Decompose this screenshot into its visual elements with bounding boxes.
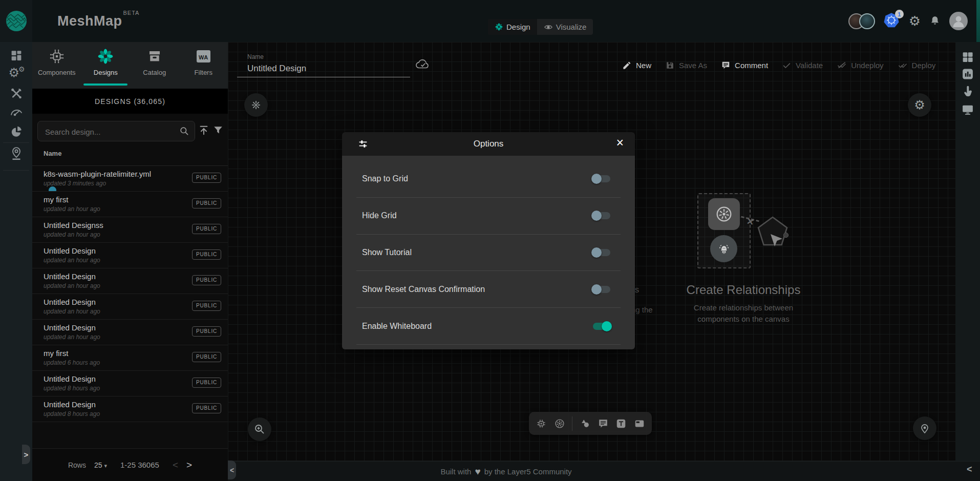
profile-avatar-icon[interactable]: [949, 12, 968, 30]
design-row[interactable]: Untitled Design updated an hour ago PUBL…: [32, 268, 228, 294]
kubernetes-wheel-icon[interactable]: [554, 418, 565, 429]
notifications-bell-icon[interactable]: [929, 15, 941, 27]
snap-to-grid-toggle[interactable]: [593, 174, 610, 184]
pen-tool-button[interactable]: [913, 416, 936, 440]
components-chip-icon: [48, 47, 66, 66]
empty-state-description: Create relationships between components …: [672, 302, 815, 325]
meshmap-app: MeshMapBETA Design: [0, 0, 980, 481]
design-name: my first: [44, 349, 68, 358]
rail-divider: [3, 142, 29, 143]
design-row[interactable]: Untitled Design updated an hour ago PUBL…: [32, 320, 228, 345]
save-icon: [665, 60, 675, 70]
shapes-icon[interactable]: [580, 418, 591, 429]
search-icon[interactable]: [179, 126, 189, 136]
design-name-input[interactable]: [237, 62, 410, 77]
sidebar-item-performance[interactable]: [10, 107, 23, 118]
canvas-settings-gear-button[interactable]: ⚙: [908, 93, 931, 117]
import-design-icon[interactable]: [198, 124, 209, 136]
sidebar-item-toolkit[interactable]: [10, 87, 23, 100]
tab-components-label: Components: [38, 69, 76, 76]
collapse-right-rail-chevron[interactable]: <: [967, 464, 972, 475]
prev-page-button[interactable]: <: [173, 459, 178, 471]
display-icon[interactable]: [962, 104, 974, 116]
media-tool-icon[interactable]: [634, 418, 645, 429]
undeploy-crossed-checks-icon: [837, 60, 847, 70]
tab-filters[interactable]: WA Filters: [179, 42, 228, 89]
design-row[interactable]: Untitled Design updated 8 hours ago PUBL…: [32, 371, 228, 396]
options-modal: Options × Snap to Grid Hide Grid Show Tu…: [342, 132, 635, 349]
visibility-badge: PUBLIC: [192, 249, 221, 260]
collaborator-avatar-2[interactable]: [859, 13, 875, 29]
design-row[interactable]: Untitled Design updated an hour ago PUBL…: [32, 243, 228, 268]
new-button[interactable]: New: [622, 60, 651, 70]
comment-tool-icon[interactable]: [598, 418, 609, 429]
kubernetes-context-switcher[interactable]: 1: [883, 12, 901, 30]
zoom-in-button[interactable]: [248, 417, 271, 441]
sidebar-item-lifecycle[interactable]: ⚙ ⚙: [9, 67, 24, 81]
show-reset-canvas-confirmation-toggle[interactable]: [593, 284, 610, 295]
deploy-button[interactable]: Deploy: [898, 60, 936, 70]
design-name: k8s-wasm-plugin-ratelimiter.yml: [44, 170, 151, 178]
design-name: Untitled Design: [44, 246, 96, 255]
sidebar-item-meshmap[interactable]: [10, 147, 23, 161]
tab-components[interactable]: Components: [32, 42, 81, 89]
design-row[interactable]: my first updated an hour ago PUBLIC: [32, 192, 228, 217]
apps-grid-icon[interactable]: [962, 51, 974, 64]
panel-tabbar: Components: [32, 42, 228, 89]
design-row[interactable]: Untitled Design updated 8 hours ago PUBL…: [32, 396, 228, 422]
app-header: MeshMapBETA Design: [0, 0, 980, 43]
designs-panel: Components: [32, 42, 228, 481]
close-icon[interactable]: ×: [616, 136, 624, 149]
next-page-button[interactable]: >: [186, 459, 192, 471]
settings-gear-icon[interactable]: ⚙: [909, 14, 921, 28]
sidebar-item-mesh[interactable]: [10, 125, 23, 138]
comment-button[interactable]: Comment: [721, 60, 768, 70]
show-tutorial-toggle[interactable]: [593, 247, 610, 258]
touch-gesture-icon[interactable]: [962, 85, 974, 98]
design-row[interactable]: Untitled Design updated an hour ago PUBL…: [32, 294, 228, 320]
deploy-label: Deploy: [912, 61, 936, 70]
kubernetes-component-tile: [708, 198, 740, 230]
save-as-button[interactable]: Save As: [665, 60, 707, 70]
mode-visualize-button[interactable]: Visualize: [537, 19, 593, 35]
design-row[interactable]: my first updated 6 hours ago PUBLIC: [32, 345, 228, 371]
undeploy-label: Undeploy: [851, 61, 883, 70]
mode-design-label: Design: [506, 23, 530, 31]
rows-label: Rows: [68, 461, 86, 469]
canvas-dock: [529, 412, 652, 435]
layer5-logo[interactable]: [0, 0, 32, 42]
expand-rail-chevron[interactable]: >: [22, 445, 30, 464]
search-input[interactable]: [44, 121, 174, 142]
page-size-select[interactable]: 25▾: [94, 461, 107, 469]
k8s-context-count-badge: 1: [895, 10, 904, 18]
kubernetes-wheel-button[interactable]: [244, 93, 268, 117]
tab-designs[interactable]: Designs: [81, 42, 131, 89]
visibility-badge: PUBLIC: [192, 275, 221, 285]
visibility-badge: PUBLIC: [192, 403, 221, 413]
chart-panel-icon[interactable]: [962, 68, 974, 80]
design-updated: updated an hour ago: [44, 282, 100, 289]
mode-design-button[interactable]: Design: [488, 19, 537, 35]
mode-toggle-group: Design Visualize: [488, 19, 593, 35]
column-header-name: Name: [44, 150, 61, 157]
hide-grid-toggle[interactable]: [593, 211, 610, 221]
visibility-badge: PUBLIC: [192, 173, 221, 183]
components-chip-icon[interactable]: [536, 418, 547, 429]
visibility-badge: PUBLIC: [192, 224, 221, 234]
design-name: Untitled Design: [44, 400, 96, 409]
validate-button[interactable]: Validate: [782, 60, 823, 70]
undeploy-button[interactable]: Undeploy: [837, 60, 883, 70]
active-tab-underline: [83, 83, 127, 86]
collapse-panel-chevron[interactable]: <: [228, 461, 236, 479]
sidebar-item-dashboard[interactable]: [10, 49, 23, 62]
check-icon: [782, 60, 792, 70]
enable-whiteboard-toggle[interactable]: [593, 321, 610, 331]
tab-catalog[interactable]: Catalog: [130, 42, 179, 89]
design-row[interactable]: Untitled Designss updated an hour ago PU…: [32, 217, 228, 243]
text-tool-icon[interactable]: [615, 418, 627, 429]
option-label: Snap to Grid: [362, 174, 408, 183]
design-row[interactable]: k8s-wasm-plugin-ratelimiter.yml updated …: [32, 166, 228, 192]
footer-text-suffix: by the Layer5 Community: [484, 467, 572, 476]
design-list: k8s-wasm-plugin-ratelimiter.yml updated …: [32, 166, 228, 422]
filter-funnel-icon[interactable]: [212, 124, 224, 136]
